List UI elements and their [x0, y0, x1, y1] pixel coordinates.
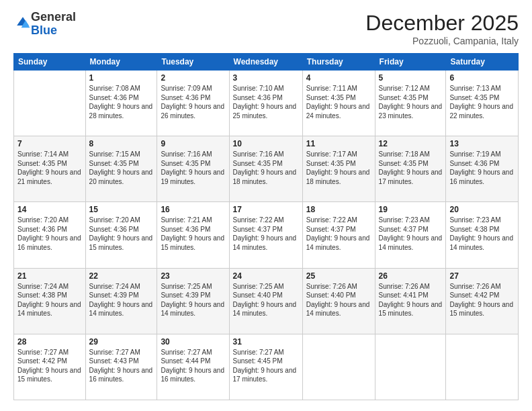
- header-thursday: Thursday: [302, 54, 375, 71]
- sunrise-text: Sunrise: 7:08 AM: [89, 85, 140, 92]
- sunrise-text: Sunrise: 7:27 AM: [161, 349, 212, 356]
- calendar-cell: 2Sunrise: 7:09 AMSunset: 4:36 PMDaylight…: [157, 71, 229, 136]
- sunset-text: Sunset: 4:35 PM: [379, 160, 429, 167]
- title-block: December 2025 Pozzuoli, Campania, Italy: [365, 11, 519, 46]
- sunset-text: Sunset: 4:36 PM: [449, 160, 499, 167]
- daylight-text: Daylight: 9 hours and 14 minutes.: [379, 234, 443, 251]
- day-number: 16: [161, 205, 225, 214]
- daylight-text: Daylight: 9 hours and 15 minutes.: [17, 367, 81, 383]
- cell-info: Sunrise: 7:14 AMSunset: 4:35 PMDaylight:…: [17, 150, 82, 186]
- sunset-text: Sunset: 4:41 PM: [379, 291, 429, 299]
- sunset-text: Sunset: 4:35 PM: [379, 94, 429, 101]
- sunrise-text: Sunrise: 7:27 AM: [89, 349, 140, 356]
- sunset-text: Sunset: 4:42 PM: [449, 291, 499, 299]
- logo-general-text: General: [31, 10, 76, 24]
- location: Pozzuoli, Campania, Italy: [365, 36, 519, 46]
- sunrise-text: Sunrise: 7:24 AM: [17, 283, 69, 290]
- cell-info: Sunrise: 7:11 AMSunset: 4:35 PMDaylight:…: [306, 84, 371, 120]
- day-number: 11: [306, 139, 371, 148]
- daylight-text: Daylight: 9 hours and 22 minutes.: [449, 103, 513, 120]
- calendar-cell: [375, 334, 446, 400]
- logo: General Blue: [13, 11, 76, 38]
- header-sunday: Sunday: [14, 54, 86, 71]
- daylight-text: Daylight: 9 hours and 19 minutes.: [161, 169, 224, 185]
- sunrise-text: Sunrise: 7:16 AM: [233, 150, 284, 158]
- day-number: 2: [161, 73, 225, 83]
- day-number: 5: [379, 73, 443, 83]
- sunset-text: Sunset: 4:36 PM: [161, 94, 210, 101]
- day-number: 22: [89, 271, 154, 281]
- header-saturday: Saturday: [446, 54, 519, 71]
- cell-info: Sunrise: 7:18 AMSunset: 4:35 PMDaylight:…: [379, 150, 443, 186]
- daylight-text: Daylight: 9 hours and 14 minutes.: [233, 234, 297, 251]
- daylight-text: Daylight: 9 hours and 15 minutes.: [89, 234, 153, 251]
- sunset-text: Sunset: 4:38 PM: [449, 226, 499, 233]
- sunrise-text: Sunrise: 7:25 AM: [161, 283, 212, 290]
- daylight-text: Daylight: 9 hours and 14 minutes.: [306, 301, 370, 318]
- sunrise-text: Sunrise: 7:22 AM: [233, 216, 284, 224]
- calendar-week-row: 14Sunrise: 7:20 AMSunset: 4:36 PMDayligh…: [14, 202, 519, 268]
- day-number: 1: [89, 73, 154, 83]
- calendar-cell: 16Sunrise: 7:21 AMSunset: 4:36 PMDayligh…: [157, 202, 229, 268]
- sunset-text: Sunset: 4:36 PM: [161, 226, 210, 233]
- cell-info: Sunrise: 7:15 AMSunset: 4:35 PMDaylight:…: [89, 150, 154, 186]
- calendar-cell: 31Sunrise: 7:27 AMSunset: 4:45 PMDayligh…: [229, 334, 302, 400]
- calendar-cell: 11Sunrise: 7:17 AMSunset: 4:35 PMDayligh…: [302, 136, 375, 202]
- sunset-text: Sunset: 4:36 PM: [89, 94, 139, 101]
- calendar-cell: 4Sunrise: 7:11 AMSunset: 4:35 PMDaylight…: [302, 71, 375, 136]
- calendar-cell: 8Sunrise: 7:15 AMSunset: 4:35 PMDaylight…: [85, 136, 157, 202]
- cell-info: Sunrise: 7:27 AMSunset: 4:44 PMDaylight:…: [161, 348, 225, 384]
- calendar-cell: [14, 71, 86, 136]
- header-tuesday: Tuesday: [157, 54, 229, 71]
- cell-info: Sunrise: 7:21 AMSunset: 4:36 PMDaylight:…: [161, 216, 225, 252]
- sunrise-text: Sunrise: 7:26 AM: [306, 283, 357, 290]
- cell-info: Sunrise: 7:23 AMSunset: 4:38 PMDaylight:…: [449, 216, 515, 252]
- day-number: 12: [379, 139, 443, 148]
- sunrise-text: Sunrise: 7:17 AM: [306, 150, 357, 158]
- cell-info: Sunrise: 7:16 AMSunset: 4:35 PMDaylight:…: [233, 150, 299, 186]
- sunrise-text: Sunrise: 7:26 AM: [379, 283, 430, 290]
- sunset-text: Sunset: 4:45 PM: [233, 357, 283, 365]
- day-number: 19: [379, 205, 443, 214]
- daylight-text: Daylight: 9 hours and 16 minutes.: [449, 169, 513, 185]
- day-number: 9: [161, 139, 225, 148]
- day-number: 30: [161, 337, 225, 347]
- day-header-row: Sunday Monday Tuesday Wednesday Thursday…: [14, 54, 519, 71]
- cell-info: Sunrise: 7:26 AMSunset: 4:40 PMDaylight:…: [306, 282, 371, 318]
- sunrise-text: Sunrise: 7:16 AM: [161, 150, 212, 158]
- cell-info: Sunrise: 7:08 AMSunset: 4:36 PMDaylight:…: [89, 84, 154, 120]
- calendar-cell: 5Sunrise: 7:12 AMSunset: 4:35 PMDaylight…: [375, 71, 446, 136]
- sunrise-text: Sunrise: 7:18 AM: [379, 150, 430, 158]
- day-number: 20: [449, 205, 515, 214]
- sunset-text: Sunset: 4:43 PM: [89, 357, 139, 365]
- daylight-text: Daylight: 9 hours and 14 minutes.: [233, 301, 297, 318]
- daylight-text: Daylight: 9 hours and 17 minutes.: [379, 169, 443, 185]
- day-number: 4: [306, 73, 371, 83]
- day-number: 23: [161, 271, 225, 281]
- calendar-week-row: 28Sunrise: 7:27 AMSunset: 4:42 PMDayligh…: [14, 334, 519, 400]
- daylight-text: Daylight: 9 hours and 15 minutes.: [161, 234, 224, 251]
- sunrise-text: Sunrise: 7:27 AM: [233, 349, 284, 356]
- cell-info: Sunrise: 7:10 AMSunset: 4:36 PMDaylight:…: [233, 84, 299, 120]
- day-number: 28: [17, 337, 82, 347]
- calendar-cell: 7Sunrise: 7:14 AMSunset: 4:35 PMDaylight…: [14, 136, 86, 202]
- daylight-text: Daylight: 9 hours and 16 minutes.: [161, 367, 224, 383]
- calendar-cell: 30Sunrise: 7:27 AMSunset: 4:44 PMDayligh…: [157, 334, 229, 400]
- cell-info: Sunrise: 7:24 AMSunset: 4:38 PMDaylight:…: [17, 282, 82, 318]
- header: General Blue December 2025 Pozzuoli, Cam…: [13, 11, 519, 46]
- calendar-body: 1Sunrise: 7:08 AMSunset: 4:36 PMDaylight…: [14, 71, 519, 400]
- daylight-text: Daylight: 9 hours and 16 minutes.: [89, 367, 153, 383]
- sunrise-text: Sunrise: 7:24 AM: [89, 283, 140, 290]
- logo-blue-text: Blue: [31, 24, 57, 37]
- header-monday: Monday: [85, 54, 157, 71]
- daylight-text: Daylight: 9 hours and 26 minutes.: [161, 103, 224, 120]
- daylight-text: Daylight: 9 hours and 14 minutes.: [17, 301, 81, 318]
- day-number: 14: [17, 205, 82, 214]
- sunset-text: Sunset: 4:35 PM: [233, 160, 283, 167]
- sunset-text: Sunset: 4:38 PM: [17, 291, 67, 299]
- sunset-text: Sunset: 4:36 PM: [233, 94, 283, 101]
- day-number: 21: [17, 271, 82, 281]
- calendar-cell: 9Sunrise: 7:16 AMSunset: 4:35 PMDaylight…: [157, 136, 229, 202]
- cell-info: Sunrise: 7:17 AMSunset: 4:35 PMDaylight:…: [306, 150, 371, 186]
- daylight-text: Daylight: 9 hours and 25 minutes.: [233, 103, 297, 120]
